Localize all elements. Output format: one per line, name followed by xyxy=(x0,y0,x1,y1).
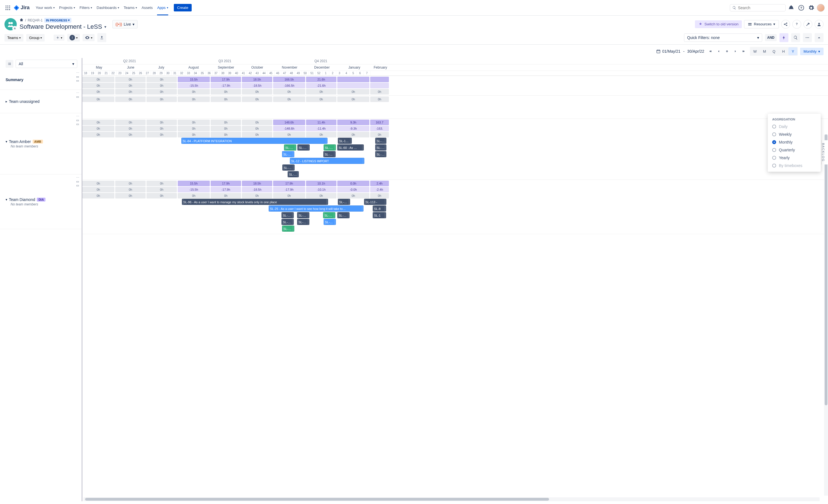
gantt-bar[interactable]: SL-8 xyxy=(373,205,386,212)
zoom-Y[interactable]: Y xyxy=(788,47,797,55)
row-extra-icon[interactable]: ▭ xyxy=(76,123,80,126)
sidebar-view-toggle-icon[interactable] xyxy=(6,60,13,68)
horizontal-scrollbar[interactable] xyxy=(83,497,820,501)
nav-assets[interactable]: Assets xyxy=(139,4,155,11)
help-round-icon[interactable]: ? xyxy=(792,20,801,29)
gantt-bar[interactable]: SL-3… xyxy=(297,212,309,218)
status-badge[interactable]: IN PROGRESS▾ xyxy=(44,18,72,22)
gantt-bar[interactable]: SL-3… xyxy=(297,219,309,225)
row-extra-icon[interactable]: ▭ xyxy=(76,184,80,187)
aggregation-option-quarterly[interactable]: Quarterly xyxy=(768,146,821,154)
bolt-icon[interactable] xyxy=(780,33,788,42)
expand-toggle-icon[interactable]: ▾ xyxy=(6,140,7,144)
gantt-bar[interactable]: SL-1 xyxy=(373,212,386,218)
help-icon[interactable]: ? xyxy=(797,3,806,12)
nav-next-icon[interactable] xyxy=(732,47,739,55)
gantt-bar[interactable]: SL-25 - As a user I want to see how long… xyxy=(268,205,364,212)
aggregation-option-monthly[interactable]: Monthly xyxy=(768,138,821,146)
aggregation-dropdown-button[interactable]: Monthly▾ xyxy=(800,48,824,55)
expand-toggle-icon[interactable]: ▸ xyxy=(6,99,7,103)
nav-projects[interactable]: Projects ▾ xyxy=(57,4,77,11)
row-cap-icon[interactable]: ▭ xyxy=(76,75,80,78)
gantt-bar[interactable]: SL-1… xyxy=(323,151,336,157)
gantt-bar[interactable]: SL-9… xyxy=(282,165,295,171)
gantt-bar[interactable]: SL-60 - As … xyxy=(337,144,364,150)
wrench-icon[interactable] xyxy=(803,20,813,29)
add-button[interactable]: ▾ xyxy=(53,35,65,41)
user-icon[interactable] xyxy=(815,20,824,29)
nav-prev-icon[interactable] xyxy=(715,47,722,55)
gantt-bar[interactable]: SL-4… xyxy=(282,219,294,225)
create-button[interactable]: Create xyxy=(174,4,192,11)
row-list-icon[interactable]: ⋯ xyxy=(76,72,80,74)
aggregation-option-weekly[interactable]: Weekly xyxy=(768,131,821,138)
nav-filters[interactable]: Filters ▾ xyxy=(77,4,94,11)
breadcrumb-project[interactable]: REQAR-1 xyxy=(28,18,42,22)
gantt-bar[interactable]: SL-5… xyxy=(324,219,336,225)
gantt-bar[interactable]: SL-1… xyxy=(282,151,294,157)
row-list-icon[interactable]: ⋯ xyxy=(76,115,80,118)
search-toolbar-icon[interactable] xyxy=(791,33,800,42)
zoom-H[interactable]: H xyxy=(779,47,788,55)
more-icon[interactable] xyxy=(803,33,812,42)
row-list-icon[interactable]: ⋯ xyxy=(76,176,80,179)
gantt-bar[interactable]: SL-1… xyxy=(375,151,386,157)
home-icon[interactable] xyxy=(19,18,24,22)
zoom-W[interactable]: W xyxy=(750,47,759,55)
nav-your-work[interactable]: Your work ▾ xyxy=(34,4,57,11)
row-cap-icon[interactable]: ▭ xyxy=(76,180,80,183)
gantt-bar[interactable]: SL-6… xyxy=(324,144,336,150)
collapse-icon[interactable] xyxy=(815,33,824,42)
export-icon[interactable] xyxy=(97,33,106,42)
gantt-bar[interactable]: SL-8… xyxy=(282,212,294,218)
gantt-bar[interactable]: SL-… xyxy=(375,138,386,144)
sidebar-filter-select[interactable]: All▾ xyxy=(15,60,77,68)
title-dropdown-icon[interactable]: ▾ xyxy=(104,25,106,29)
notifications-icon[interactable] xyxy=(787,3,796,12)
search-input[interactable] xyxy=(730,4,786,11)
gantt-bar[interactable]: SL-113 - xyxy=(364,199,386,205)
nav-apps[interactable]: Apps ▾ xyxy=(155,4,170,11)
search-field[interactable] xyxy=(738,6,783,10)
row-cap-icon[interactable]: ▭ xyxy=(76,119,80,122)
app-launcher-icon[interactable] xyxy=(3,3,12,12)
project-avatar[interactable] xyxy=(4,18,17,30)
jira-logo[interactable]: Jira xyxy=(13,5,30,11)
nav-last-icon[interactable] xyxy=(740,47,748,55)
timeline-grid[interactable]: Q2 2021Q3 2021Q4 2021 MayJuneJulyAugustS… xyxy=(82,58,828,501)
info-button[interactable]: ▾ xyxy=(67,34,80,42)
nav-dashboards[interactable]: Dashboards ▾ xyxy=(94,4,121,11)
backlog-tab[interactable]: BACKLOG xyxy=(821,140,828,165)
gantt-bar[interactable]: SL-1… xyxy=(375,144,386,150)
nav-today-icon[interactable] xyxy=(723,47,731,55)
zoom-Q[interactable]: Q xyxy=(770,47,778,55)
visibility-button[interactable]: ▾ xyxy=(83,34,94,41)
teams-filter-button[interactable]: Teams▾ xyxy=(4,34,24,42)
row-cap-icon[interactable]: ▭ xyxy=(76,95,80,98)
row-list-icon[interactable]: ⋯ xyxy=(76,91,80,94)
gantt-bar[interactable]: SL-3… xyxy=(337,212,349,218)
gantt-bar[interactable]: SL-… xyxy=(288,171,299,177)
share-icon[interactable] xyxy=(781,20,790,29)
quick-filters-dropdown[interactable]: Quick Filters: none▾ xyxy=(684,34,762,42)
aggregation-option-yearly[interactable]: Yearly xyxy=(768,154,821,162)
gantt-bar[interactable]: SL-3… xyxy=(297,144,310,150)
gantt-bar[interactable]: SL-84 - PLATFORM INTEGRATION xyxy=(181,138,328,144)
settings-icon[interactable] xyxy=(807,3,816,12)
gantt-bar[interactable]: SL-96 - As a user I want to manage my st… xyxy=(182,199,328,205)
zoom-M[interactable]: M xyxy=(760,47,769,55)
gantt-bar[interactable]: SL-3… xyxy=(323,212,335,218)
row-extra-icon[interactable]: ▭ xyxy=(76,79,80,82)
nav-teams[interactable]: Teams ▾ xyxy=(121,4,139,11)
live-status-button[interactable]: ((•)) Live ▾ xyxy=(113,20,137,29)
gantt-bar[interactable]: SL-12 - LISTINGS IMPORT xyxy=(290,158,364,164)
expand-toggle-icon[interactable]: ▾ xyxy=(6,198,7,201)
gantt-bar[interactable]: SL-1… xyxy=(282,226,294,232)
vertical-scrollbar[interactable] xyxy=(824,134,828,496)
gantt-bar[interactable]: SL-1… xyxy=(338,138,352,144)
user-avatar[interactable] xyxy=(817,4,825,12)
gantt-bar[interactable]: SL-2… xyxy=(284,144,296,150)
nav-first-icon[interactable] xyxy=(706,47,714,55)
resources-button[interactable]: Resources ▾ xyxy=(744,20,779,29)
date-range[interactable]: 01/May/21 - 30/Apr/22 xyxy=(656,49,704,53)
